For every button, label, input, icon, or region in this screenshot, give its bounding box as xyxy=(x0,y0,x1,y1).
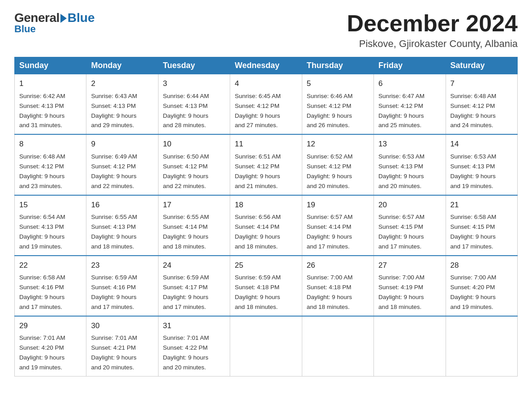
logo-subtitle: Blue xyxy=(14,23,36,35)
day-info: Sunrise: 6:50 AMSunset: 4:12 PMDaylight:… xyxy=(163,153,209,189)
calendar-week-2: 8 Sunrise: 6:48 AMSunset: 4:12 PMDayligh… xyxy=(15,134,518,195)
day-info: Sunrise: 7:01 AMSunset: 4:20 PMDaylight:… xyxy=(19,334,65,371)
day-number: 3 xyxy=(163,78,225,90)
day-info: Sunrise: 7:00 AMSunset: 4:18 PMDaylight:… xyxy=(307,274,353,310)
day-info: Sunrise: 6:57 AMSunset: 4:15 PMDaylight:… xyxy=(378,214,425,250)
calendar-cell: 9 Sunrise: 6:49 AMSunset: 4:12 PMDayligh… xyxy=(86,134,158,195)
calendar-cell xyxy=(374,316,446,377)
calendar-cell: 25 Sunrise: 6:59 AMSunset: 4:18 PMDaylig… xyxy=(230,256,302,316)
calendar-cell: 20 Sunrise: 6:57 AMSunset: 4:15 PMDaylig… xyxy=(374,195,446,256)
day-number: 16 xyxy=(91,199,153,211)
day-number: 22 xyxy=(19,260,82,271)
calendar-cell: 29 Sunrise: 7:01 AMSunset: 4:20 PMDaylig… xyxy=(15,316,86,377)
calendar-cell: 21 Sunrise: 6:58 AMSunset: 4:15 PMDaylig… xyxy=(446,195,517,256)
header-sunday: Sunday xyxy=(15,57,86,74)
calendar-week-4: 22 Sunrise: 6:58 AMSunset: 4:16 PMDaylig… xyxy=(15,256,518,316)
day-number: 20 xyxy=(378,199,441,211)
day-number: 29 xyxy=(19,320,82,332)
calendar-cell: 23 Sunrise: 6:59 AMSunset: 4:16 PMDaylig… xyxy=(86,256,158,316)
day-number: 6 xyxy=(378,78,441,90)
day-number: 17 xyxy=(163,199,225,211)
day-info: Sunrise: 6:42 AMSunset: 4:13 PMDaylight:… xyxy=(19,93,65,129)
calendar-week-5: 29 Sunrise: 7:01 AMSunset: 4:20 PMDaylig… xyxy=(15,316,518,377)
day-info: Sunrise: 6:48 AMSunset: 4:12 PMDaylight:… xyxy=(450,93,497,129)
calendar-cell: 13 Sunrise: 6:53 AMSunset: 4:13 PMDaylig… xyxy=(374,134,446,195)
day-info: Sunrise: 6:54 AMSunset: 4:13 PMDaylight:… xyxy=(19,214,65,250)
day-number: 4 xyxy=(235,78,297,90)
day-number: 21 xyxy=(450,199,513,211)
day-number: 19 xyxy=(307,199,369,211)
calendar-cell: 30 Sunrise: 7:01 AMSunset: 4:21 PMDaylig… xyxy=(86,316,158,377)
calendar-cell: 18 Sunrise: 6:56 AMSunset: 4:14 PMDaylig… xyxy=(230,195,302,256)
calendar-cell xyxy=(302,316,373,377)
header-wednesday: Wednesday xyxy=(230,57,302,74)
header-tuesday: Tuesday xyxy=(158,57,230,74)
calendar-cell: 7 Sunrise: 6:48 AMSunset: 4:12 PMDayligh… xyxy=(446,74,517,135)
day-number: 14 xyxy=(450,138,513,150)
day-info: Sunrise: 6:46 AMSunset: 4:12 PMDaylight:… xyxy=(307,93,353,129)
page-header: General Blue Blue December 2024 Piskove,… xyxy=(14,11,518,50)
calendar-cell: 28 Sunrise: 7:00 AMSunset: 4:20 PMDaylig… xyxy=(446,256,517,316)
day-number: 11 xyxy=(235,138,297,150)
day-info: Sunrise: 6:56 AMSunset: 4:14 PMDaylight:… xyxy=(235,214,281,250)
month-title: December 2024 xyxy=(347,11,518,36)
day-number: 13 xyxy=(378,138,441,150)
header-saturday: Saturday xyxy=(446,57,517,74)
calendar-table: SundayMondayTuesdayWednesdayThursdayFrid… xyxy=(14,57,518,377)
day-info: Sunrise: 6:59 AMSunset: 4:16 PMDaylight:… xyxy=(91,274,137,310)
day-info: Sunrise: 7:01 AMSunset: 4:22 PMDaylight:… xyxy=(163,334,209,371)
calendar-cell: 22 Sunrise: 6:58 AMSunset: 4:16 PMDaylig… xyxy=(15,256,86,316)
day-info: Sunrise: 6:53 AMSunset: 4:13 PMDaylight:… xyxy=(450,153,497,189)
day-number: 8 xyxy=(19,138,82,150)
day-number: 25 xyxy=(235,260,297,271)
logo: General Blue Blue xyxy=(14,11,94,35)
calendar-cell: 3 Sunrise: 6:44 AMSunset: 4:13 PMDayligh… xyxy=(158,74,230,135)
calendar-week-1: 1 Sunrise: 6:42 AMSunset: 4:13 PMDayligh… xyxy=(15,74,518,135)
day-number: 5 xyxy=(307,78,369,90)
calendar-cell: 5 Sunrise: 6:46 AMSunset: 4:12 PMDayligh… xyxy=(302,74,373,135)
day-number: 18 xyxy=(235,199,297,211)
calendar-cell xyxy=(446,316,517,377)
day-number: 23 xyxy=(91,260,153,271)
day-number: 7 xyxy=(450,78,513,90)
calendar-cell: 1 Sunrise: 6:42 AMSunset: 4:13 PMDayligh… xyxy=(15,74,86,135)
logo-blue-text: Blue xyxy=(68,11,95,25)
calendar-cell: 14 Sunrise: 6:53 AMSunset: 4:13 PMDaylig… xyxy=(446,134,517,195)
day-number: 26 xyxy=(307,260,369,271)
header-friday: Friday xyxy=(374,57,446,74)
calendar-cell: 26 Sunrise: 7:00 AMSunset: 4:18 PMDaylig… xyxy=(302,256,373,316)
day-info: Sunrise: 6:47 AMSunset: 4:12 PMDaylight:… xyxy=(378,93,425,129)
day-number: 24 xyxy=(163,260,225,271)
day-number: 31 xyxy=(163,320,225,332)
calendar-cell xyxy=(230,316,302,377)
calendar-cell: 19 Sunrise: 6:57 AMSunset: 4:14 PMDaylig… xyxy=(302,195,373,256)
calendar-cell: 31 Sunrise: 7:01 AMSunset: 4:22 PMDaylig… xyxy=(158,316,230,377)
day-number: 15 xyxy=(19,199,82,211)
day-info: Sunrise: 6:58 AMSunset: 4:16 PMDaylight:… xyxy=(19,274,65,310)
day-number: 12 xyxy=(307,138,369,150)
day-number: 1 xyxy=(19,78,82,90)
day-info: Sunrise: 6:57 AMSunset: 4:14 PMDaylight:… xyxy=(307,214,353,250)
title-section: December 2024 Piskove, Gjirokaster Count… xyxy=(347,11,518,50)
logo-arrow-icon xyxy=(60,14,67,23)
day-number: 10 xyxy=(163,138,225,150)
header-thursday: Thursday xyxy=(302,57,373,74)
day-info: Sunrise: 6:59 AMSunset: 4:17 PMDaylight:… xyxy=(163,274,209,310)
calendar-week-3: 15 Sunrise: 6:54 AMSunset: 4:13 PMDaylig… xyxy=(15,195,518,256)
calendar-header-row: SundayMondayTuesdayWednesdayThursdayFrid… xyxy=(15,57,518,74)
day-info: Sunrise: 6:43 AMSunset: 4:13 PMDaylight:… xyxy=(91,93,137,129)
day-info: Sunrise: 6:55 AMSunset: 4:14 PMDaylight:… xyxy=(163,214,209,250)
day-number: 9 xyxy=(91,138,153,150)
day-info: Sunrise: 6:53 AMSunset: 4:13 PMDaylight:… xyxy=(378,153,425,189)
day-info: Sunrise: 6:48 AMSunset: 4:12 PMDaylight:… xyxy=(19,153,65,189)
calendar-cell: 16 Sunrise: 6:55 AMSunset: 4:13 PMDaylig… xyxy=(86,195,158,256)
calendar-cell: 4 Sunrise: 6:45 AMSunset: 4:12 PMDayligh… xyxy=(230,74,302,135)
calendar-cell: 6 Sunrise: 6:47 AMSunset: 4:12 PMDayligh… xyxy=(374,74,446,135)
calendar-cell: 2 Sunrise: 6:43 AMSunset: 4:13 PMDayligh… xyxy=(86,74,158,135)
day-info: Sunrise: 6:52 AMSunset: 4:12 PMDaylight:… xyxy=(307,153,353,189)
location-text: Piskove, Gjirokaster County, Albania xyxy=(347,38,518,50)
header-monday: Monday xyxy=(86,57,158,74)
day-info: Sunrise: 7:01 AMSunset: 4:21 PMDaylight:… xyxy=(91,334,137,371)
day-info: Sunrise: 7:00 AMSunset: 4:20 PMDaylight:… xyxy=(450,274,497,310)
day-info: Sunrise: 6:51 AMSunset: 4:12 PMDaylight:… xyxy=(235,153,281,189)
